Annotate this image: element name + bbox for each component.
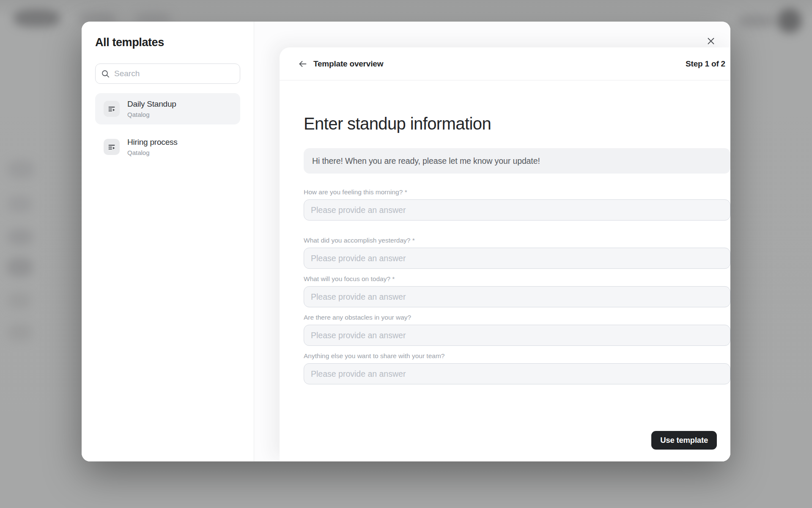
template-list-icon	[104, 101, 120, 117]
blurred-sidebar-item	[8, 196, 32, 213]
template-overview-area: Template overview Step 1 of 2 Enter stan…	[254, 22, 730, 461]
template-source: Qatalog	[127, 111, 176, 118]
template-list-icon	[104, 139, 120, 155]
answer-input-today[interactable]	[304, 286, 730, 307]
field-label: Anything else you want to share with you…	[304, 352, 730, 360]
form-field: What did you accomplish yesterday? *	[304, 236, 730, 269]
template-name: Hiring process	[127, 138, 178, 147]
template-source: Qatalog	[127, 149, 178, 156]
close-icon[interactable]	[703, 33, 719, 49]
blurred-sidebar-item	[8, 229, 33, 246]
step-indicator: Step 1 of 2	[686, 59, 725, 69]
answer-input-feeling[interactable]	[304, 199, 730, 221]
template-overview-card: Template overview Step 1 of 2 Enter stan…	[280, 47, 730, 461]
blurred-sidebar-item	[8, 292, 31, 309]
answer-input-obstacles[interactable]	[304, 325, 730, 346]
answer-input-share[interactable]	[304, 363, 730, 384]
form-field: Are there any obstacles in your way?	[304, 313, 730, 346]
intro-message: Hi there! When you are ready, please let…	[304, 148, 730, 174]
blurred-sidebar-item	[8, 160, 35, 179]
blurred-sidebar-item	[8, 323, 32, 341]
blurred-header-button	[738, 14, 776, 27]
use-template-button[interactable]: Use template	[651, 431, 717, 450]
search-input[interactable]	[96, 64, 240, 83]
card-header: Template overview Step 1 of 2	[280, 47, 730, 80]
answer-input-yesterday[interactable]	[304, 248, 730, 269]
field-label: What did you accomplish yesterday? *	[304, 236, 730, 244]
card-header-title: Template overview	[313, 59, 383, 69]
blurred-app-logo	[14, 9, 60, 27]
panel-title: All templates	[95, 36, 240, 49]
template-item-hiring-process[interactable]: Hiring process Qatalog	[95, 131, 240, 163]
blurred-sidebar-item	[7, 257, 33, 277]
templates-sidebar: All templates Daily Standu	[82, 22, 254, 461]
field-label: Are there any obstacles in your way?	[304, 313, 730, 321]
form-field: What will you focus on today? *	[304, 275, 730, 307]
search-box	[95, 64, 240, 84]
card-content: Enter standup information Hi there! When…	[280, 80, 730, 461]
template-item-daily-standup[interactable]: Daily Standup Qatalog	[95, 93, 240, 124]
field-label: What will you focus on today? *	[304, 275, 730, 283]
form-fields: How are you feeling this morning? * What…	[304, 188, 730, 384]
templates-modal: All templates Daily Standu	[82, 22, 730, 461]
template-name: Daily Standup	[127, 99, 176, 109]
form-field: Anything else you want to share with you…	[304, 352, 730, 384]
field-label: How are you feeling this morning? *	[304, 188, 730, 196]
search-icon	[102, 70, 110, 78]
blurred-avatar	[777, 8, 802, 33]
template-list: Daily Standup Qatalog Hiring process Qat…	[95, 93, 240, 163]
page-title: Enter standup information	[304, 113, 730, 134]
form-field: How are you feeling this morning? *	[304, 188, 730, 221]
back-arrow-icon[interactable]	[296, 58, 309, 70]
